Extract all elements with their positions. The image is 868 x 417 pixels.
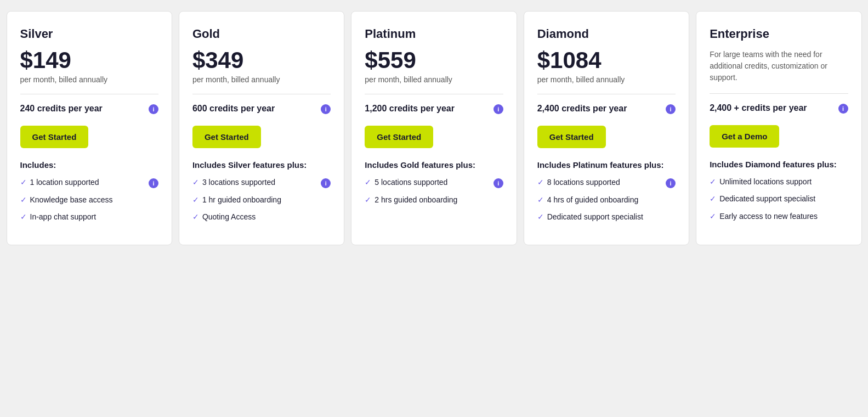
credits-info-icon-enterprise[interactable]: i bbox=[838, 104, 848, 114]
plan-name-platinum: Platinum bbox=[365, 27, 503, 41]
credits-text-platinum: 1,200 credits per year bbox=[365, 103, 489, 115]
plan-billing-platinum: per month, billed annually bbox=[365, 75, 503, 84]
plan-price-platinum: $559 bbox=[365, 49, 503, 72]
credits-info-icon-diamond[interactable]: i bbox=[666, 104, 676, 114]
feature-item-inner-silver-0: 1 location supported i bbox=[30, 177, 158, 188]
feature-item-platinum-1: ✓ 2 hrs guided onboarding bbox=[365, 195, 503, 206]
credits-info-icon-platinum[interactable]: i bbox=[493, 104, 503, 114]
plan-price-diamond: $1084 bbox=[537, 49, 676, 72]
cta-button-gold[interactable]: Get Started bbox=[192, 126, 261, 148]
check-icon-platinum-1: ✓ bbox=[365, 195, 371, 204]
check-icon-silver-0: ✓ bbox=[20, 178, 27, 187]
pricing-grid: Silver$149per month, billed annually 240… bbox=[7, 11, 862, 245]
feature-text-diamond-2: Dedicated support specialist bbox=[547, 212, 676, 223]
includes-header-platinum: Includes Gold features plus: bbox=[365, 160, 503, 170]
plan-card-diamond: Diamond$1084per month, billed annually 2… bbox=[524, 11, 689, 245]
includes-header-gold: Includes Silver features plus: bbox=[192, 160, 331, 170]
credits-info-icon-gold[interactable]: i bbox=[321, 104, 331, 114]
check-icon-gold-0: ✓ bbox=[192, 178, 199, 187]
credits-info-icon-silver[interactable]: i bbox=[149, 104, 158, 114]
feature-item-inner-enterprise-0: Unlimited locations support bbox=[719, 177, 848, 188]
feature-text-silver-1: Knowledge base access bbox=[30, 195, 158, 206]
feature-text-enterprise-0: Unlimited locations support bbox=[719, 177, 848, 188]
feature-item-gold-1: ✓ 1 hr guided onboarding bbox=[192, 195, 331, 206]
feature-item-diamond-0: ✓ 8 locations supported i bbox=[537, 177, 676, 188]
credits-row-platinum: 1,200 credits per year i bbox=[365, 103, 503, 115]
plan-name-diamond: Diamond bbox=[537, 27, 676, 41]
check-icon-diamond-1: ✓ bbox=[537, 195, 544, 204]
feature-text-gold-2: Quoting Access bbox=[202, 212, 331, 223]
check-icon-gold-2: ✓ bbox=[192, 212, 199, 221]
feature-item-enterprise-0: ✓ Unlimited locations support bbox=[710, 177, 848, 188]
plan-billing-silver: per month, billed annually bbox=[20, 75, 158, 84]
feature-info-icon-diamond-0[interactable]: i bbox=[666, 178, 676, 188]
check-icon-gold-1: ✓ bbox=[192, 195, 199, 204]
feature-item-enterprise-2: ✓ Early access to new features bbox=[710, 211, 848, 222]
feature-item-inner-silver-2: In-app chat support bbox=[30, 212, 158, 223]
feature-item-inner-diamond-1: 4 hrs of guided onboarding bbox=[547, 195, 676, 206]
feature-text-enterprise-1: Dedicated support specialist bbox=[719, 194, 848, 205]
check-icon-silver-2: ✓ bbox=[20, 212, 27, 221]
includes-header-silver: Includes: bbox=[20, 160, 158, 170]
feature-text-gold-1: 1 hr guided onboarding bbox=[202, 195, 331, 206]
feature-info-icon-silver-0[interactable]: i bbox=[149, 178, 158, 188]
feature-item-inner-gold-2: Quoting Access bbox=[202, 212, 331, 223]
feature-text-diamond-1: 4 hrs of guided onboarding bbox=[547, 195, 676, 206]
cta-button-enterprise[interactable]: Get a Demo bbox=[710, 125, 779, 148]
plan-price-silver: $149 bbox=[20, 49, 158, 72]
plan-billing-gold: per month, billed annually bbox=[192, 75, 331, 84]
credits-row-silver: 240 credits per year i bbox=[20, 103, 158, 115]
feature-list-silver: ✓ 1 location supported i ✓ Knowledge bas… bbox=[20, 177, 158, 223]
plan-card-enterprise: EnterpriseFor large teams with the need … bbox=[696, 11, 861, 245]
feature-item-diamond-2: ✓ Dedicated support specialist bbox=[537, 212, 676, 223]
feature-item-inner-gold-1: 1 hr guided onboarding bbox=[202, 195, 331, 206]
feature-text-enterprise-2: Early access to new features bbox=[719, 211, 848, 222]
feature-text-platinum-0: 5 locations supported bbox=[375, 177, 489, 188]
feature-info-icon-platinum-0[interactable]: i bbox=[493, 178, 503, 188]
feature-list-diamond: ✓ 8 locations supported i ✓ 4 hrs of gui… bbox=[537, 177, 676, 223]
cta-button-diamond[interactable]: Get Started bbox=[537, 126, 606, 148]
feature-list-gold: ✓ 3 locations supported i ✓ 1 hr guided … bbox=[192, 177, 331, 223]
divider-silver bbox=[20, 94, 158, 94]
cta-button-silver[interactable]: Get Started bbox=[20, 126, 89, 148]
feature-item-gold-0: ✓ 3 locations supported i bbox=[192, 177, 331, 188]
divider-enterprise bbox=[710, 93, 848, 94]
feature-text-platinum-1: 2 hrs guided onboarding bbox=[375, 195, 503, 206]
feature-text-silver-0: 1 location supported bbox=[30, 177, 144, 188]
check-icon-silver-1: ✓ bbox=[20, 195, 27, 204]
enterprise-desc: For large teams with the need for additi… bbox=[710, 49, 848, 83]
plan-card-gold: Gold$349per month, billed annually 600 c… bbox=[179, 11, 344, 245]
plan-name-silver: Silver bbox=[20, 27, 158, 41]
feature-item-inner-diamond-0: 8 locations supported i bbox=[547, 177, 676, 188]
divider-platinum bbox=[365, 94, 503, 94]
check-icon-enterprise-1: ✓ bbox=[710, 194, 716, 203]
credits-text-silver: 240 credits per year bbox=[20, 103, 144, 115]
check-icon-diamond-0: ✓ bbox=[537, 178, 544, 187]
plan-name-gold: Gold bbox=[192, 27, 331, 41]
feature-info-icon-gold-0[interactable]: i bbox=[321, 178, 331, 188]
feature-item-gold-2: ✓ Quoting Access bbox=[192, 212, 331, 223]
divider-diamond bbox=[537, 94, 676, 94]
feature-item-inner-platinum-1: 2 hrs guided onboarding bbox=[375, 195, 503, 206]
plan-card-silver: Silver$149per month, billed annually 240… bbox=[7, 11, 172, 245]
plan-price-gold: $349 bbox=[192, 49, 331, 72]
feature-item-inner-platinum-0: 5 locations supported i bbox=[375, 177, 503, 188]
includes-header-enterprise: Includes Diamond features plus: bbox=[710, 160, 848, 169]
plan-billing-diamond: per month, billed annually bbox=[537, 75, 676, 84]
feature-list-enterprise: ✓ Unlimited locations support ✓ Dedicate… bbox=[710, 177, 848, 222]
credits-row-diamond: 2,400 credits per year i bbox=[537, 103, 676, 115]
credits-row-gold: 600 credits per year i bbox=[192, 103, 331, 115]
feature-item-inner-enterprise-1: Dedicated support specialist bbox=[719, 194, 848, 205]
feature-item-silver-2: ✓ In-app chat support bbox=[20, 212, 158, 223]
feature-item-silver-0: ✓ 1 location supported i bbox=[20, 177, 158, 188]
cta-button-platinum[interactable]: Get Started bbox=[365, 126, 433, 148]
credits-text-enterprise: 2,400 + credits per year bbox=[710, 103, 833, 114]
feature-item-inner-silver-1: Knowledge base access bbox=[30, 195, 158, 206]
feature-text-gold-0: 3 locations supported bbox=[202, 177, 316, 188]
feature-item-enterprise-1: ✓ Dedicated support specialist bbox=[710, 194, 848, 205]
feature-item-inner-gold-0: 3 locations supported i bbox=[202, 177, 331, 188]
plan-card-platinum: Platinum$559per month, billed annually 1… bbox=[351, 11, 517, 245]
plan-name-enterprise: Enterprise bbox=[710, 27, 848, 41]
feature-item-platinum-0: ✓ 5 locations supported i bbox=[365, 177, 503, 188]
credits-row-enterprise: 2,400 + credits per year i bbox=[710, 103, 848, 114]
